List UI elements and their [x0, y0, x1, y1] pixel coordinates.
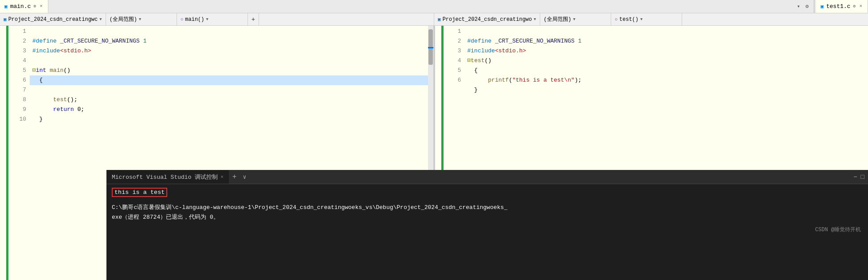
toolbar-add-pane-btn[interactable]: +	[248, 13, 259, 25]
toolbar-project-left[interactable]: ▣ Project_2024_csdn_creatingwc ▼	[0, 13, 106, 25]
tab-main-c[interactable]: ▣ main.c ⊕ ×	[0, 0, 48, 13]
line-4-right: {	[467, 67, 478, 74]
line-1-right: #define _CRT_SECURE_NO_WARNINGS 1	[467, 38, 581, 44]
console-maximize-btn[interactable]: □	[861, 174, 864, 181]
line-numbers-left: 1 2 3 4 5 6 7 8 9 10	[8, 26, 30, 280]
line-1-left: #define _CRT_SECURE_NO_WARNINGS 1	[32, 38, 146, 44]
line-2-left: #include<stdio.h>	[32, 47, 91, 54]
line-2-right: #include<stdio.h>	[467, 47, 526, 54]
console-panel: Microsoft Visual Studio 调试控制 × + ∨ − □ t…	[106, 170, 868, 280]
tab-settings-icon[interactable]: ⚙	[804, 2, 810, 11]
toolbar-project-right-arrow: ▼	[534, 17, 536, 22]
tab-bar: ▣ main.c ⊕ × ▾ ⚙ ▣ test1.c ⊕ ×	[0, 0, 868, 13]
line-10-left	[32, 135, 36, 142]
console-dropdown-btn[interactable]: ∨	[240, 170, 249, 184]
project-icon-left: ▣	[4, 16, 7, 22]
console-tab-close[interactable]: ×	[220, 174, 224, 180]
toolbar-func-right-arrow: ▼	[640, 17, 643, 22]
toolbar-func-left-label: main()	[185, 16, 204, 23]
line-7-left: return 0;	[32, 106, 84, 113]
console-output-highlighted: this is a test	[112, 188, 167, 197]
line-9-left	[32, 126, 36, 132]
toolbar-func-right[interactable]: ○ test() ▼	[611, 13, 682, 25]
tab-main-c-label: main.c	[10, 3, 31, 10]
toolbar-func-right-label: test()	[619, 16, 638, 23]
console-exit-line: exe（进程 28724）已退出，代码为 0。	[112, 213, 863, 222]
line-6-right: }	[467, 87, 478, 93]
line-5-right: printf("this is a test\n");	[467, 77, 582, 83]
toolbar-scope-right[interactable]: (全局范围) ▼	[540, 13, 611, 25]
func-icon-left: ○	[181, 17, 184, 22]
toolbar-func-left[interactable]: ○ main() ▼	[177, 13, 248, 25]
tab-pin-icon-right: ⊕	[853, 4, 856, 9]
toolbar-row: ▣ Project_2024_csdn_creatingwc ▼ (全局范围) …	[0, 13, 868, 26]
console-add-tab-btn[interactable]: +	[229, 170, 240, 184]
func-icon-right: ○	[615, 17, 618, 22]
console-minimize-btn[interactable]: −	[853, 174, 857, 181]
toolbar-scope-left-label: (全局范围)	[110, 16, 137, 23]
toolbar-project-left-arrow: ▼	[99, 17, 102, 22]
toolbar-scope-left[interactable]: (全局范围) ▼	[106, 13, 177, 25]
console-path-line: C:\鹏哥c语言暑假集训\c-language-warehouse-1\Proj…	[112, 203, 863, 213]
blue-line-left	[428, 47, 433, 48]
toolbar-scope-right-label: (全局范围)	[544, 16, 571, 23]
toolbar-func-left-arrow: ▼	[206, 17, 208, 22]
tab-main-c-close[interactable]: ×	[39, 4, 43, 9]
toolbar-right: ▣ Project_2024_csdn_creatingwo ▼ (全局范围) …	[434, 13, 868, 25]
console-tab-debug[interactable]: Microsoft Visual Studio 调试控制 ×	[106, 170, 229, 184]
console-credit-label: CSDN @睡觉待开机	[112, 225, 863, 235]
tab-bar-controls-left: ▾ ⚙	[795, 0, 814, 13]
console-tab-bar: Microsoft Visual Studio 调试控制 × + ∨ − □	[106, 170, 868, 184]
project-icon-right: ▣	[438, 16, 441, 22]
tab-file-icon-right: ▣	[821, 4, 824, 9]
console-tab-label: Microsoft Visual Studio 调试控制	[112, 173, 218, 181]
toolbar-scope-left-arrow: ▼	[139, 17, 141, 22]
tab-pin-icon: ⊕	[33, 4, 36, 9]
console-tab-right-controls: − □	[853, 170, 868, 184]
console-body: this is a test C:\鹏哥c语言暑假集训\c-language-w…	[106, 184, 868, 280]
line-3-left	[32, 57, 36, 64]
toolbar-project-left-label: Project_2024_csdn_creatingwc	[8, 16, 98, 23]
tab-file-icon: ▣	[4, 4, 8, 9]
gutter-left	[0, 26, 6, 280]
tab-test1-c-label: test1.c	[826, 3, 851, 10]
line-5-left: {	[30, 75, 428, 85]
tab-test1-c[interactable]: ▣ test1.c ⊕ ×	[816, 0, 868, 13]
toolbar-project-right[interactable]: ▣ Project_2024_csdn_creatingwo ▼	[434, 13, 540, 25]
tab-scroll-down-icon[interactable]: ▾	[795, 2, 802, 11]
console-output-line: this is a test	[112, 188, 863, 197]
toolbar-scope-right-arrow: ▼	[573, 17, 575, 22]
line-4-left: ⊟int main()	[32, 67, 71, 74]
line-6-left: test();	[32, 96, 77, 103]
toolbar-project-right-label: Project_2024_csdn_creatingwo	[443, 16, 532, 23]
line-3-right: ⊟test()	[467, 57, 492, 64]
toolbar-left: ▣ Project_2024_csdn_creatingwc ▼ (全局范围) …	[0, 13, 434, 25]
tab-test1-c-close[interactable]: ×	[858, 4, 863, 9]
line-8-left: }	[32, 116, 43, 122]
